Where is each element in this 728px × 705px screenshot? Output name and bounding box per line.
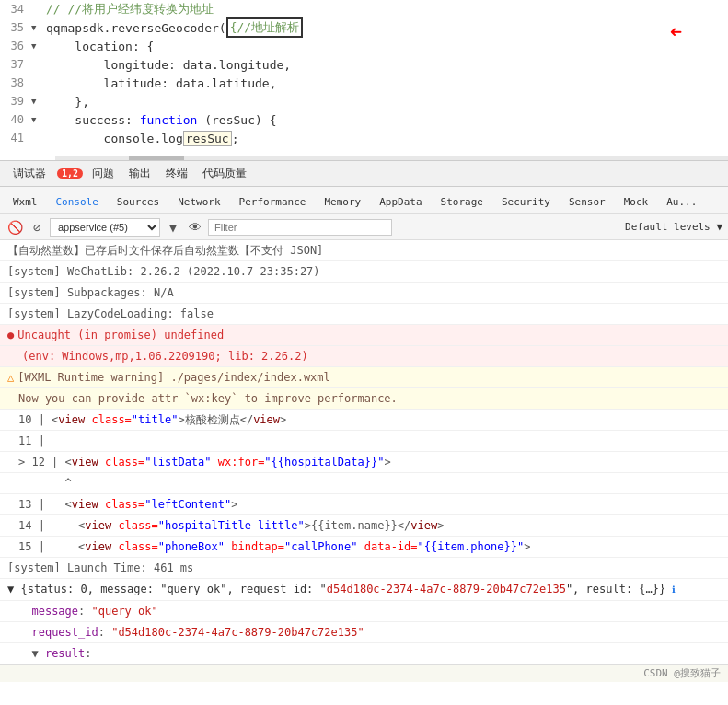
code-content-35b: {//地址解析 (226, 17, 303, 38)
code-content: // //将用户经纬度转换为地址 (46, 1, 214, 17)
issues-label[interactable]: 问题 (87, 164, 120, 183)
clear-icon[interactable]: 🚫 (6, 218, 24, 237)
filter-input[interactable] (208, 219, 392, 236)
console-line: [system] LazyCodeLoading: false (0, 304, 728, 325)
debugger-badge: 1,2 (57, 168, 83, 179)
warn-icon: △ (7, 371, 14, 384)
console-line: [system] WeChatLib: 2.26.2 (2022.10.7 23… (0, 261, 728, 283)
tab-sensor[interactable]: Sensor (560, 191, 615, 214)
console-line-error: ●Uncaught (in promise) undefined (0, 325, 728, 346)
tab-security[interactable]: Security (492, 191, 560, 214)
error-icon: ● (7, 329, 14, 341)
console-line: [system] Subpackages: N/A (0, 283, 728, 304)
code-content-41b: resSuc (183, 131, 232, 146)
code-content-37: longitude: data.longitude, (46, 58, 291, 72)
tab-console[interactable]: Console (47, 191, 108, 214)
codequality-label[interactable]: 代码质量 (197, 164, 252, 183)
footer-credit: CSDN @搜致猫子 (643, 667, 721, 679)
scroll-indicator (55, 156, 728, 160)
code-content-36: location: { (46, 40, 154, 53)
devtools-tabs: Wxml Console Sources Network Performance… (0, 187, 728, 214)
console-line-code: 13 | <view class="leftContent"> (0, 494, 728, 515)
code-line-41: 41 console.log resSuc ; (0, 129, 728, 147)
stop-icon[interactable]: ⊘ (28, 218, 46, 237)
default-levels[interactable]: Default levels ▼ (625, 221, 722, 233)
tab-au[interactable]: Au... (657, 191, 706, 214)
console-output: 【自动然堂数】已存后时文件保存后自动然堂数【不支付 JSON] [system]… (0, 240, 728, 664)
code-line-37: 37 longitude: data.longitude, (0, 55, 728, 74)
service-select[interactable]: appservice (#5) (50, 218, 160, 237)
tab-mock[interactable]: Mock (615, 191, 658, 214)
console-toolbar: 🚫 ⊘ appservice (#5) ▼ 👁 Default levels ▼ (0, 214, 728, 240)
tab-sources[interactable]: Sources (108, 191, 168, 214)
obj-request-id: request_id: "d54d180c-2374-4a7c-8879-20b… (0, 622, 728, 643)
code-line-40: 40 ▼ success: function (resSuc) { (0, 110, 728, 129)
tab-memory[interactable]: Memory (315, 191, 370, 214)
console-line-code: 11 | (0, 431, 728, 452)
console-line-code: 15 | <view class="phoneBox" bindtap="cal… (0, 537, 728, 558)
code-content-39: }, (46, 95, 89, 109)
code-content-35a: qqmapsdk.reverseGeocoder( (46, 21, 226, 35)
tab-network[interactable]: Network (168, 191, 229, 214)
tab-appdata[interactable]: AppData (370, 191, 431, 214)
console-line-code: 10 | <view class="title">核酸检测点</view> (0, 410, 728, 431)
console-line-code: > 12 | <view class="listData" wx:for="{{… (0, 452, 728, 473)
console-line-error-detail: (env: Windows,mp,1.06.2209190; lib: 2.26… (0, 346, 728, 367)
annotation-arrow-1: ➜ (670, 20, 682, 43)
devtools-toolbar: 调试器 1,2 问题 输出 终端 代码质量 (0, 161, 728, 187)
dropdown-icon[interactable]: ▼ (164, 218, 182, 237)
console-line-code: ^ (0, 473, 728, 494)
code-content-40c: (resSuc) { (197, 113, 276, 127)
code-line-38: 38 latitude: data.latitude, (0, 74, 728, 92)
output-label[interactable]: 输出 (123, 164, 156, 183)
tab-performance[interactable]: Performance (230, 191, 316, 214)
expand-arrow: ▼ (7, 583, 20, 595)
eye-icon[interactable]: 👁 (186, 218, 204, 237)
code-line-39: 39 ▼ }, (0, 92, 728, 110)
code-content-41c: ; (232, 132, 239, 145)
tab-wxml[interactable]: Wxml (4, 191, 47, 214)
debugger-label[interactable]: 调试器 (7, 164, 52, 183)
console-line-obj[interactable]: ▼ {status: 0, message: "query ok", reque… (0, 579, 728, 601)
code-line-34: 34 // //将用户经纬度转换为地址 (0, 0, 728, 18)
chevron-down-icon: ▼ (716, 221, 722, 233)
console-line-warning: △[WXML Runtime warning] ./pages/index/in… (0, 367, 728, 388)
console-line-code: 14 | <view class="hospitalTitle little">… (0, 515, 728, 537)
footer-bar: CSDN @搜致猫子 (0, 664, 728, 682)
code-content-38: latitude: data.latitude, (46, 76, 276, 90)
console-line: 【自动然堂数】已存后时文件保存后自动然堂数【不支付 JSON] (0, 240, 728, 261)
console-line-launch: [system] Launch Time: 461 ms (0, 558, 728, 579)
tab-storage[interactable]: Storage (432, 191, 492, 214)
terminal-label[interactable]: 终端 (160, 164, 193, 183)
console-line-warning-text: Now you can provide attr `wx:key` to imp… (0, 388, 728, 410)
code-line-35: 35 ▼ qqmapsdk.reverseGeocoder( {//地址解析 (0, 18, 728, 37)
scroll-thumb[interactable] (129, 156, 184, 160)
obj-result: ▼ result: (0, 643, 728, 664)
code-content-40a: success: (46, 113, 140, 127)
expand-arrow-result[interactable]: ▼ (31, 647, 44, 660)
code-line-36: 36 ▼ location: { (0, 37, 728, 55)
code-editor: 34 // //将用户经纬度转换为地址 35 ▼ qqmapsdk.revers… (0, 0, 728, 161)
code-content-40b: function (140, 113, 198, 127)
obj-message: message: "query ok" (0, 601, 728, 622)
code-content-41a: console.log (46, 132, 183, 145)
